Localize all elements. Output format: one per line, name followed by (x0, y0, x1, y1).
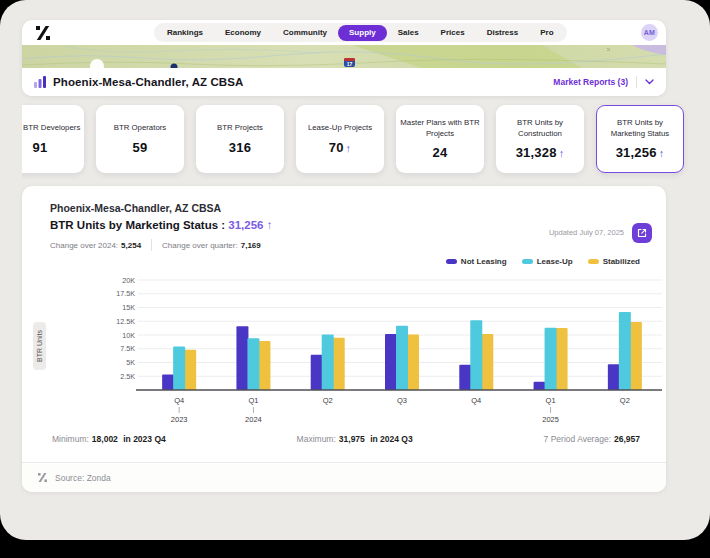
stat-card-label: BTR Units by Marketing Status (600, 118, 680, 138)
market-reports-link[interactable]: Market Reports (3) (553, 77, 628, 87)
svg-text:Q1: Q1 (248, 396, 258, 405)
map-preview[interactable]: 17 (22, 45, 666, 68)
svg-text:17.5K: 17.5K (116, 289, 135, 298)
svg-text:Q1: Q1 (546, 396, 556, 405)
stat-card-value: 31,328↑ (516, 145, 565, 160)
stat-card-label: BTR Projects (217, 123, 263, 133)
minimum-stat: Minimum:18,002 in 2023 Q4 (52, 434, 166, 444)
tab-rankings[interactable]: Rankings (156, 25, 214, 40)
navbar: Rankings Economy Community Supply Sales … (22, 20, 666, 45)
chart-legend: Not Leasing Lease-Up Stabilized (22, 257, 666, 266)
source-text: Source: Zonda (55, 473, 111, 483)
stat-card-value: 59 (133, 140, 148, 155)
stat-card-btr-operators[interactable]: BTR Operators 59 (96, 105, 184, 173)
svg-text:15K: 15K (122, 303, 135, 312)
maximum-stat: Maximum:31,975 in 2024 Q3 (297, 434, 413, 444)
tab-pro[interactable]: Pro (529, 25, 564, 40)
legend-item-lease-up[interactable]: Lease-Up (522, 257, 573, 266)
stat-card-value: 70↑ (329, 140, 352, 155)
nav-tabs: Rankings Economy Community Supply Sales … (154, 23, 567, 42)
svg-text:17: 17 (347, 61, 353, 67)
stat-card-label: Active BTR Developers (22, 123, 80, 133)
svg-text:Q2: Q2 (323, 396, 333, 405)
user-avatar[interactable]: AM (641, 24, 658, 41)
stabilized-swatch (588, 259, 599, 264)
stat-card-label: Master Plans with BTR Projects (399, 118, 481, 138)
svg-text:20K: 20K (122, 276, 135, 285)
svg-text:12.5K: 12.5K (116, 317, 135, 326)
svg-text:7.5K: 7.5K (120, 344, 135, 353)
tab-sales[interactable]: Sales (387, 25, 430, 40)
tab-distress[interactable]: Distress (476, 25, 530, 40)
divider (151, 239, 152, 251)
page-title: Phoenix-Mesa-Chandler, AZ CBSA (53, 76, 243, 88)
average-stat: 7 Period Average:26,957 (544, 434, 640, 444)
stat-card-label: BTR Units by Construction (499, 118, 581, 138)
chart-summary-stats: Minimum:18,002 in 2023 Q4 Maximum:31,975… (22, 434, 666, 444)
svg-text:2023: 2023 (171, 415, 188, 424)
lease-up-swatch (522, 259, 533, 264)
interstate-17-shield-icon: 17 (344, 58, 355, 67)
change-stats: Change over 2024:5,254 Change over quart… (50, 239, 272, 251)
zonda-mark-icon (38, 473, 47, 482)
zonda-logo-icon[interactable] (36, 25, 51, 40)
legend-item-stabilized[interactable]: Stabilized (588, 257, 640, 266)
svg-text:Q4: Q4 (174, 396, 184, 405)
stat-card-label: BTR Operators (114, 123, 166, 133)
stat-cards-strip: Active BTR Developers 91 BTR Operators 5… (22, 103, 688, 181)
stat-card-value: 24 (433, 145, 448, 160)
region-header: Phoenix-Mesa-Chandler, AZ CBSA Market Re… (22, 68, 666, 96)
bar-chart-icon (34, 76, 46, 88)
svg-text:10K: 10K (122, 331, 135, 340)
svg-text:2025: 2025 (542, 415, 559, 424)
tab-community[interactable]: Community (272, 25, 338, 40)
export-button[interactable] (632, 223, 652, 243)
tab-supply[interactable]: Supply (338, 25, 387, 41)
metric-value: 31,256 (228, 219, 263, 231)
external-link-icon (637, 228, 647, 238)
not-leasing-swatch (446, 259, 457, 264)
top-card: Rankings Economy Community Supply Sales … (22, 20, 666, 96)
svg-text:Q2: Q2 (620, 396, 630, 405)
tab-prices[interactable]: Prices (430, 25, 476, 40)
btr-units-chart: 2.5K5K7.5K10K12.5K15K17.5K20KQ42023Q1202… (106, 274, 666, 434)
chart-card: Phoenix-Mesa-Chandler, AZ CBSA BTR Units… (22, 186, 666, 492)
chart-region-title: Phoenix-Mesa-Chandler, AZ CBSA (50, 202, 272, 214)
app-window: Rankings Economy Community Supply Sales … (0, 0, 710, 540)
stat-card-label: Lease-Up Projects (308, 123, 372, 133)
stat-card-value: 316 (229, 140, 251, 155)
stat-card-active-btr-developers[interactable]: Active BTR Developers 91 (22, 105, 84, 173)
stat-card-value: 91 (33, 140, 48, 155)
legend-item-not-leasing[interactable]: Not Leasing (446, 257, 507, 266)
up-arrow-icon: ↑ (346, 142, 352, 154)
y-axis-label: BTR Units (33, 322, 46, 370)
stat-card-value: 31,256↑ (616, 145, 665, 160)
source-row: Source: Zonda (22, 462, 666, 492)
svg-text:2024: 2024 (245, 415, 262, 424)
stat-card-btr-units-by-marketing-status[interactable]: BTR Units by Marketing Status 31,256↑ (596, 105, 684, 173)
up-arrow-icon: ↑ (267, 219, 273, 231)
tab-economy[interactable]: Economy (214, 25, 272, 40)
stat-card-lease-up-projects[interactable]: Lease-Up Projects 70↑ (296, 105, 384, 173)
stat-card-master-plans[interactable]: Master Plans with BTR Projects 24 (396, 105, 484, 173)
svg-text:2.5K: 2.5K (120, 372, 135, 381)
chart-head-left: Phoenix-Mesa-Chandler, AZ CBSA BTR Units… (50, 202, 272, 251)
up-arrow-icon: ↑ (659, 147, 665, 159)
chevron-down-icon[interactable] (645, 79, 654, 85)
updated-timestamp: Updated July 07, 2025 (549, 228, 624, 237)
svg-text:Q4: Q4 (471, 396, 481, 405)
stat-card-btr-projects[interactable]: BTR Projects 316 (196, 105, 284, 173)
svg-text:Q3: Q3 (397, 396, 407, 405)
svg-text:5K: 5K (126, 358, 135, 367)
stat-card-btr-units-by-construction[interactable]: BTR Units by Construction 31,328↑ (496, 105, 584, 173)
divider (636, 76, 637, 88)
up-arrow-icon: ↑ (559, 147, 565, 159)
chart-metric-title: BTR Units by Marketing Status : 31,256 ↑ (50, 219, 272, 231)
